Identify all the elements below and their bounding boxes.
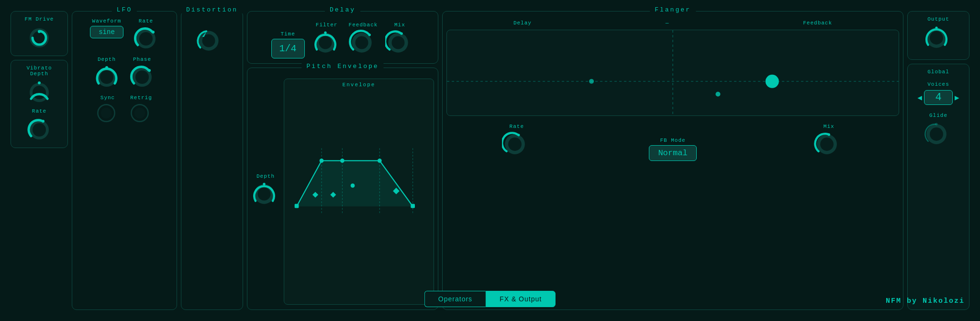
svg-point-63 xyxy=(930,31,943,45)
delay-feedback-label: Feedback xyxy=(349,22,378,28)
svg-point-29 xyxy=(356,36,368,49)
distortion-label: Distortion xyxy=(181,6,243,13)
svg-point-10 xyxy=(139,32,153,46)
svg-point-54 xyxy=(766,75,779,88)
brand-label: NFM by Nikolozi xyxy=(886,297,965,305)
envelope-svg xyxy=(284,86,434,277)
right-column: Output Global Voices ◀ 4 ▶ Glide xyxy=(907,11,969,310)
flanger-section: Flanger Delay — Feedback Rate xyxy=(442,11,903,310)
lfo-row3: Sync Retrig xyxy=(76,95,173,126)
lfo-waveform-container: Waveform sine xyxy=(90,18,123,38)
flanger-header: Delay — Feedback xyxy=(446,20,899,26)
svg-point-67 xyxy=(935,123,937,125)
svg-point-44 xyxy=(378,159,382,163)
flanger-rate-label: Rate xyxy=(510,124,524,129)
flanger-mix-container: Mix xyxy=(814,124,844,161)
svg-point-16 xyxy=(135,70,149,84)
svg-point-66 xyxy=(930,127,943,141)
global-panel: Global Voices ◀ 4 ▶ Glide xyxy=(907,64,969,310)
delay-filter-container: Filter xyxy=(312,22,341,58)
output-panel: Output xyxy=(907,11,969,60)
flanger-mix-label: Mix xyxy=(824,124,835,129)
pitch-env-depth-container: Depth xyxy=(251,79,280,305)
svg-point-21 xyxy=(134,108,145,119)
svg-rect-49 xyxy=(295,204,299,208)
flanger-rate-knob[interactable] xyxy=(502,131,532,161)
svg-point-42 xyxy=(320,159,324,163)
lfo-sync-knob[interactable] xyxy=(96,103,120,126)
flanger-bottom: Rate FB Mode Normal Mix xyxy=(446,124,899,161)
svg-point-53 xyxy=(589,79,594,84)
lfo-retrig-knob[interactable] xyxy=(129,103,153,126)
fm-drive-knob[interactable] xyxy=(26,25,52,51)
svg-point-19 xyxy=(101,108,112,119)
flanger-mix-knob[interactable] xyxy=(814,131,844,161)
lfo-retrig-label: Retrig xyxy=(130,95,152,101)
distortion-section: Distortion xyxy=(181,11,243,310)
svg-point-17 xyxy=(148,69,151,72)
vibrato-depth-knob[interactable] xyxy=(26,80,52,105)
svg-point-2 xyxy=(38,30,41,33)
lfo-phase-knob[interactable] xyxy=(129,64,155,90)
svg-point-60 xyxy=(820,138,834,151)
flanger-fb-mode-container: FB Mode Normal xyxy=(649,138,696,161)
svg-point-33 xyxy=(401,32,403,34)
delay-mix-knob[interactable] xyxy=(385,30,414,58)
delay-section: Delay Time 1/4 Filter xyxy=(247,11,438,310)
lfo-rate-container: Rate xyxy=(133,18,159,52)
main-container: FM Drive VibratoDepth xyxy=(7,7,973,314)
lfo-depth-container: Depth xyxy=(94,57,120,90)
flanger-fb-mode-label: FB Mode xyxy=(660,138,685,143)
svg-point-58 xyxy=(517,134,520,136)
lfo-depth-knob[interactable] xyxy=(94,64,120,90)
global-glide-knob[interactable] xyxy=(924,121,953,151)
lfo-phase-container: Phase xyxy=(129,57,155,90)
delay-mix-container: Mix xyxy=(385,22,414,58)
svg-point-4 xyxy=(33,86,46,99)
vibrato-panel: VibratoDepth Rate xyxy=(11,60,68,148)
lfo-retrig-container: Retrig xyxy=(129,95,153,126)
delay-feedback-knob[interactable] xyxy=(349,30,378,58)
tab-operators[interactable]: Operators xyxy=(424,291,486,307)
voices-right-arrow[interactable]: ▶ xyxy=(955,93,959,103)
lfo-depth-label: Depth xyxy=(98,57,116,62)
delay-time-container: Time 1/4 xyxy=(271,31,305,58)
output-knob[interactable] xyxy=(924,25,953,55)
vibrato-rate-knob[interactable] xyxy=(26,117,52,143)
tab-fx-output[interactable]: FX & Output xyxy=(486,291,556,307)
fm-drive-panel: FM Drive xyxy=(11,11,68,56)
pitch-env-depth-knob[interactable] xyxy=(251,181,280,210)
flanger-xy-pad[interactable] xyxy=(446,30,899,116)
pitch-env-depth-label: Depth xyxy=(256,173,275,179)
flanger-fb-mode-value[interactable]: Normal xyxy=(649,145,696,161)
delay-filter-label: Filter xyxy=(316,22,338,28)
vibrato-rate-label: Rate xyxy=(32,108,46,114)
delay-time-label: Time xyxy=(280,31,295,37)
svg-point-45 xyxy=(351,183,355,188)
voices-left-arrow[interactable]: ◀ xyxy=(917,93,922,103)
svg-point-55 xyxy=(715,92,720,97)
pitch-env-content: Depth Envelope xyxy=(251,79,434,305)
svg-point-27 xyxy=(324,32,326,34)
svg-point-61 xyxy=(828,133,830,136)
lfo-waveform-select[interactable]: sine xyxy=(90,26,123,38)
svg-point-32 xyxy=(392,36,405,49)
flanger-delay-label: Delay xyxy=(513,20,532,26)
voices-value[interactable]: 4 xyxy=(924,90,953,105)
svg-point-14 xyxy=(105,66,108,69)
distortion-knob[interactable] xyxy=(196,28,228,60)
svg-point-64 xyxy=(935,26,937,29)
svg-point-43 xyxy=(340,159,345,163)
delay-time-value[interactable]: 1/4 xyxy=(271,39,305,58)
svg-point-8 xyxy=(42,120,45,123)
lfo-rate-knob[interactable] xyxy=(133,26,159,52)
delay-feedback-container: Feedback xyxy=(349,22,378,58)
lfo-row1: Waveform sine Rate xyxy=(76,18,173,52)
fm-drive-label: FM Drive xyxy=(25,16,54,22)
delay-controls: Time 1/4 Filter xyxy=(251,22,434,58)
pitch-envelope-section: Pitch Envelope Depth xyxy=(247,68,438,310)
delay-mix-label: Mix xyxy=(394,22,405,28)
svg-point-7 xyxy=(33,123,46,137)
vibrato-depth-label: VibratoDepth xyxy=(26,65,52,77)
delay-filter-knob[interactable] xyxy=(312,30,341,58)
